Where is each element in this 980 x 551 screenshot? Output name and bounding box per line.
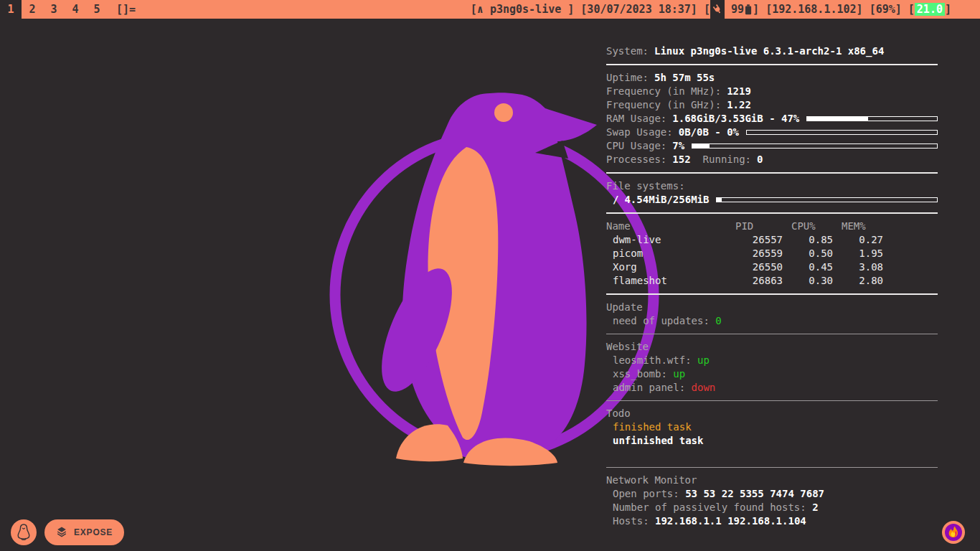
website-status-up: up: [697, 354, 710, 367]
workspace-tag-5[interactable]: 5: [86, 0, 108, 19]
ram-line: RAM Usage: 1.68GiB/3.53GiB - 47%: [606, 112, 938, 126]
process-row: picom 26559 0.50 1.95: [606, 247, 938, 260]
ram-bar: [806, 116, 938, 121]
expose-button-label: EXPOSE: [74, 527, 113, 537]
network-monitor-header: Network Monitor: [606, 474, 938, 487]
beak-notch: [535, 141, 568, 159]
divider: [606, 400, 938, 401]
temperature-badge: 21.0: [915, 3, 945, 16]
layers-icon: [56, 526, 67, 540]
flameshot-tray-button[interactable]: [942, 521, 965, 544]
updates-count: 0: [715, 314, 721, 328]
tux-icon: [16, 522, 32, 543]
hosts-count-line: Number of passively found hosts: 2: [606, 501, 938, 514]
divider: [606, 212, 938, 214]
battery-percent: 99: [725, 3, 744, 16]
flameshot-icon: [942, 535, 965, 546]
penguin-belly: [428, 147, 499, 440]
website-row: admin panel: down: [606, 381, 938, 395]
penguin-eye: [494, 103, 513, 122]
hostname: p3ng0s-live ]: [484, 3, 580, 16]
dock: EXPOSE: [11, 519, 124, 545]
layout-symbol[interactable]: []=: [116, 0, 136, 19]
swap-line: Swap Usage: 0B/0B - 0%: [606, 126, 938, 139]
battery-bracket-close: ]: [753, 3, 765, 16]
workspace-tag-2[interactable]: 2: [22, 0, 43, 19]
spacer: [606, 448, 938, 461]
battery-bracket-open: [: [704, 3, 710, 16]
open-ports-line: Open ports: 53 53 22 5355 7474 7687: [606, 487, 938, 501]
process-row: Xorg 26550 0.45 3.08: [606, 260, 938, 274]
system-line: System: Linux p3ng0s-live 6.3.1-arch2-1 …: [606, 44, 938, 58]
hosts-line: Hosts: 192.168.1.1 192.168.1.104: [606, 514, 938, 528]
penguin-flipper: [367, 259, 466, 401]
update-header: Update: [606, 301, 938, 314]
website-row: xss_bomb: up: [606, 367, 938, 381]
workspace-tag-1[interactable]: 1: [0, 0, 22, 19]
todo-header: Todo: [606, 407, 938, 420]
datetime: [30/07/2023 18:37]: [580, 3, 704, 16]
divider: [606, 293, 938, 295]
host-bracket-open: [: [471, 3, 477, 16]
uptime-line: Uptime: 5h 57m 55s: [606, 71, 938, 85]
workspace-tag-4[interactable]: 4: [65, 0, 86, 19]
status-text-area: [ ∧ p3ng0s-live ] [30/07/2023 18:37] [ 9…: [471, 0, 980, 19]
todo-item-finished: finished task: [606, 420, 938, 434]
process-table-header: Name PID CPU% MEM%: [606, 220, 938, 233]
processes-line: Processes: 152 Running: 0: [606, 153, 938, 166]
fs-bar: [716, 197, 938, 202]
penguin-body: [402, 93, 597, 458]
freq-mhz-line: Frequency (in MHz): 1219: [606, 85, 938, 98]
website-status-down: down: [692, 381, 716, 395]
penguin-left-foot: [396, 424, 463, 461]
website-row: leosmith.wtf: up: [606, 354, 938, 367]
process-row: dwm-live 26557 0.85 0.27: [606, 233, 938, 247]
temp-bracket-open: [: [908, 3, 915, 16]
filesystem-root-line: / 4.54MiB/256MiB: [606, 193, 938, 207]
website-status-up: up: [673, 367, 685, 381]
battery-icon: [745, 4, 752, 15]
freq-ghz-line: Frequency (in GHz): 1.22: [606, 98, 938, 112]
arch-logo-icon: ∧: [477, 3, 484, 16]
expose-button[interactable]: EXPOSE: [44, 519, 124, 545]
filesystems-header: File systems:: [606, 179, 938, 193]
ip-address: [192.168.1.102]: [765, 3, 870, 16]
updates-line: need of updates: 0: [606, 314, 938, 328]
temp-bracket-close: ]: [945, 3, 951, 16]
penguin-right-foot: [463, 438, 557, 466]
ac-power-plug-icon: [710, 0, 725, 19]
todo-item-unfinished: unfinished task: [606, 434, 938, 448]
divider: [606, 467, 938, 468]
swap-bar: [746, 130, 938, 135]
conky-panel: System: Linux p3ng0s-live 6.3.1-arch2-1 …: [606, 44, 938, 528]
volume-level: [69%]: [870, 3, 908, 16]
cpu-line: CPU Usage: 7%: [606, 139, 938, 153]
workspace-tag-3[interactable]: 3: [43, 0, 65, 19]
divider: [606, 334, 938, 334]
dwm-top-bar: 1 2 3 4 5 []= [ ∧ p3ng0s-live ] [30/07/2…: [0, 0, 980, 19]
divider: [606, 64, 938, 65]
website-header: Website: [606, 340, 938, 354]
tux-button[interactable]: [11, 519, 37, 545]
cpu-bar: [692, 143, 938, 149]
process-row: flameshot 26863 0.30 2.80: [606, 274, 938, 288]
divider: [606, 172, 938, 174]
